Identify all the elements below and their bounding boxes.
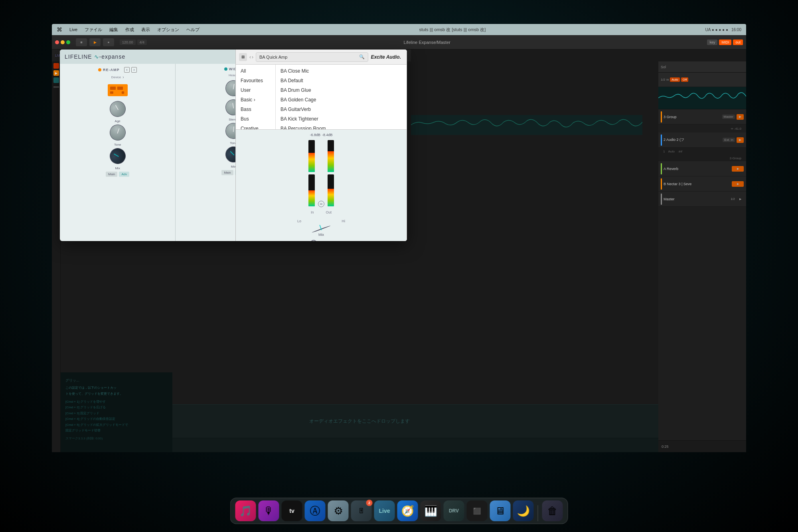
browser-folder-icon[interactable]: ⊞ [239,53,247,61]
side-divider [53,86,59,88]
reamp-collapse[interactable]: ‹ [124,67,130,73]
track-a2-btn[interactable]: ▶ [737,137,744,143]
track-a2-route: 1Auto-inf [658,148,746,155]
safari-app-icon[interactable]: 🧭 [397,500,418,521]
reamp-age-label: Age [115,119,120,123]
category-item[interactable]: User [236,85,275,95]
meter-link-btn[interactable]: ∞ [318,201,324,207]
track-3-info: ∞ -41.0 [658,125,746,133]
ableton-badge: 2 [366,500,373,506]
key-button[interactable]: key [707,40,717,45]
transport-stop[interactable]: ■ [76,38,87,46]
auto-off-btn[interactable]: Auto [670,77,679,82]
browser-forward-btn[interactable]: › [252,54,253,60]
appletv-app-icon[interactable]: tv [282,500,302,521]
reamp-expand[interactable]: › [131,67,137,73]
track-nectar: B Nectar 3 | Seve ▶ [658,176,746,192]
meter-right-out [328,174,334,206]
category-item[interactable]: Bass [236,105,275,114]
plugin-panel: LIFELINE ∿-expanse RE-AMP ‹ › Device › [60,49,407,241]
reamp-tone-label: Tone [114,143,121,146]
menu-edit[interactable]: 編集 [109,27,118,33]
track-group-3: 3 Group Master ▶ [658,109,746,125]
midi-button[interactable]: MIDI [719,40,731,45]
preset-item[interactable]: BA Close Mic [276,66,407,76]
track-nectar-btn[interactable]: ▶ [732,181,744,187]
preset-item[interactable]: BA Golden Cage [276,95,407,105]
dock-divider [538,505,538,521]
preset-item[interactable]: BA Kick Tightener [276,114,407,124]
reamp-adv-btn[interactable]: Adv [119,172,129,177]
bypass-indicator[interactable] [310,240,317,241]
music-app-icon[interactable]: 🎵 [235,500,256,521]
reamp-bottom-btns: Main Adv [106,172,129,177]
side-rec-btn[interactable] [53,63,59,69]
master-ctrl-label: 1/2 [661,78,665,81]
reamp-age-knob[interactable] [107,98,128,120]
menu-options[interactable]: オプション [157,27,179,33]
reamp-main-btn[interactable]: Main [106,172,117,177]
ableton-window: ■ ▶ ● 120.00 4/4 Lifeline Expanse/Master… [52,35,746,452]
ableton-badge-icon[interactable]: 🎚 2 [351,500,372,521]
track-audio-2: 2 Audio 2 (フ Ext. In ▶ [658,133,746,148]
reamp-device-label: Device › [111,75,124,79]
off-btn[interactable]: Off [681,77,689,82]
level-left-db: -6.8dB [310,133,320,137]
menu-view[interactable]: 表示 [141,27,150,33]
svg-point-5 [121,91,124,94]
track-master-btn[interactable]: ▶ [737,196,744,202]
preset-item[interactable]: BA Default [276,76,407,85]
reamp-header: RE-AMP ‹ › [98,67,137,73]
drv-app-icon[interactable]: DRV [444,500,464,521]
track-3-master[interactable]: Master [722,115,735,119]
podcasts-app-icon[interactable]: 🎙 [259,500,279,521]
width-main-btn[interactable]: Main [221,170,233,175]
out-button[interactable]: out [733,40,743,45]
track-master-sig: 1/2 [731,197,735,201]
width-dot [224,67,227,71]
reamp-tone-knob[interactable] [107,122,128,142]
master-mix-knob[interactable] [312,225,331,233]
appstore-app-icon[interactable]: Ⓐ [305,500,326,521]
svg-rect-2 [110,87,116,90]
track-3-name: 3 Group [664,115,721,119]
trash-app-icon[interactable]: 🗑 [542,500,563,521]
svg-rect-3 [117,87,123,90]
menu-live[interactable]: Live [69,27,77,32]
category-item[interactable]: Favourites [236,76,275,85]
side-play-btn[interactable]: ▶ [53,70,59,76]
track-3-send-btn[interactable]: ▶ [737,114,744,120]
moon-app-icon[interactable]: 🌙 [513,500,534,521]
piano-app-icon[interactable]: 🎹 [421,500,441,521]
category-item[interactable]: Bus [236,114,275,124]
browser-back-btn[interactable]: ‹ [249,54,251,60]
browser-search-box[interactable]: BA Quick Amp 🔍 [256,52,368,62]
transport-play[interactable]: ▶ [89,38,101,46]
preset-browser: ⊞ ‹ › BA Quick Amp 🔍 Excite Audio. AllFa… [235,49,407,241]
preset-item[interactable]: BA GuitarVerb [276,105,407,114]
track-a2-name: 2 Audio 2 (フ [664,137,721,142]
menu-file[interactable]: ファイル [85,27,102,33]
reamp-mix-knob[interactable] [107,145,128,167]
side-loop-btn[interactable] [53,77,59,83]
meter-right-in [308,174,315,206]
preset-name: BA Kick Tightener [280,116,318,122]
category-item[interactable]: Basic › [236,95,275,105]
finder-app-icon[interactable]: 🖥 [490,500,511,521]
preset-item[interactable]: BA Drum Glue [276,85,407,95]
transport-record[interactable]: ● [103,38,114,46]
reamp-section: RE-AMP ‹ › Device › A [60,64,176,241]
level-meter-panel: -6.8dB -8.4dB [236,129,407,241]
menu-create[interactable]: 作成 [125,27,134,33]
apple-logo-icon: ⌘ [57,26,62,33]
level-right-db: -8.4dB [322,133,333,137]
settings-app-icon[interactable]: ⚙ [328,500,349,521]
terminal-app-icon[interactable]: ⬛ [467,500,488,521]
category-item[interactable]: All [236,66,275,76]
preset-name: BA Default [280,78,303,83]
preset-name: BA Golden Cage [280,97,316,103]
track-reverb-btn[interactable]: ▶ [732,166,744,172]
live-app-icon[interactable]: Live [374,500,395,521]
track-reverb: A Reverb ▶ [658,161,746,176]
menu-help[interactable]: ヘルプ [186,27,200,33]
